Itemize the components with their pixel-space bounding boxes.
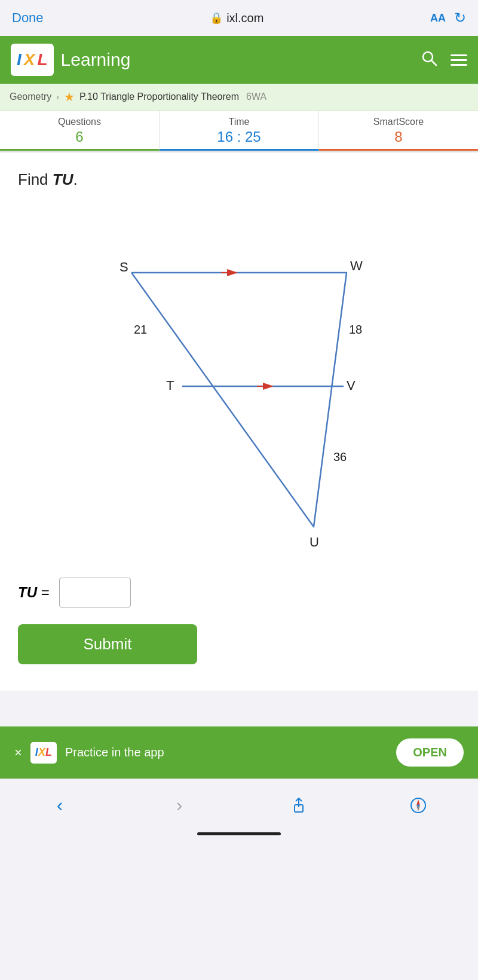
label-V: V [347,378,356,393]
breadcrumb-geometry[interactable]: Geometry [10,91,51,102]
banner-logo-x: X [38,746,45,759]
breadcrumb-lesson[interactable]: P.10 Triangle Proportionality Theorem [79,91,239,102]
app-banner-left: × I X L Practice in the app [14,742,164,764]
svg-line-1 [431,60,436,65]
label-U: U [310,535,319,549]
menu-icon[interactable] [451,54,467,66]
search-icon[interactable] [421,50,437,71]
app-banner: × I X L Practice in the app OPEN [0,726,478,778]
forward-button[interactable]: › [164,790,194,820]
app-banner-logo: I X L [30,742,57,764]
refresh-button[interactable]: ↻ [454,10,466,26]
share-button[interactable] [284,790,314,820]
app-banner-close-button[interactable]: × [14,745,22,761]
back-button[interactable]: ‹ [45,790,75,820]
problem-prompt: Find TU. [18,170,460,189]
compass-button[interactable] [403,790,433,820]
url-text: ixl.com [226,11,263,25]
label-T: T [166,378,174,393]
smartscore-stat: SmartScore 8 [319,111,478,151]
logo-i: I [17,50,22,69]
answer-row: TU = [18,578,460,607]
smartscore-label: SmartScore [319,117,478,127]
stats-bar: Questions 6 Time 16 : 25 SmartScore 8 [0,111,478,152]
find-suffix: . [73,170,77,188]
open-app-button[interactable]: OPEN [396,738,464,767]
find-prefix: Find [18,170,53,188]
browser-controls: AA ↻ [430,10,466,26]
smartscore-value: 8 [319,129,478,145]
breadcrumb-chevron: › [56,92,59,102]
measure-ST: 21 [134,323,147,336]
breadcrumb-star: ★ [64,90,75,104]
header-title: Learning [61,50,131,70]
label-S: S [120,259,128,274]
measure-VU: 36 [333,450,347,463]
breadcrumb-code: 6WA [246,91,266,102]
done-button[interactable]: Done [12,10,44,26]
label-W: W [350,258,363,273]
banner-logo-l: L [45,746,52,759]
breadcrumb: Geometry › ★ P.10 Triangle Proportionali… [0,84,478,111]
equation-label: TU = [18,584,50,601]
questions-label: Questions [0,117,159,127]
app-banner-text: Practice in the app [65,746,164,759]
logo-x: X [24,50,35,69]
bottom-nav: ‹ › [0,778,478,826]
url-area: 🔒 ixl.com [210,11,263,25]
questions-stat: Questions 6 [0,111,160,151]
header-right [421,50,467,71]
ixl-header: I X L Learning [0,36,478,84]
time-stat: Time 16 : 25 [160,111,319,151]
main-content: Find TU. S W T V [0,152,478,691]
equation-equals: = [41,584,50,600]
time-value: 16 : 25 [160,129,318,145]
answer-input[interactable] [59,578,131,607]
ixl-logo[interactable]: I X L [11,44,54,76]
geometry-diagram: S W T V U 21 18 36 [96,201,382,560]
time-label: Time [160,117,318,127]
home-indicator [0,826,478,845]
diagram-container: S W T V U 21 18 36 [18,201,460,560]
submit-button[interactable]: Submit [18,624,197,664]
find-variable: TU [53,170,73,188]
questions-value: 6 [0,129,159,145]
equation-variable: TU [18,584,37,600]
lock-icon: 🔒 [210,11,223,25]
measure-WV: 18 [349,323,362,336]
home-indicator-bar [197,832,281,835]
browser-bar: Done 🔒 ixl.com AA ↻ [0,0,478,36]
aa-button[interactable]: AA [430,12,446,25]
logo-l: L [37,50,47,69]
